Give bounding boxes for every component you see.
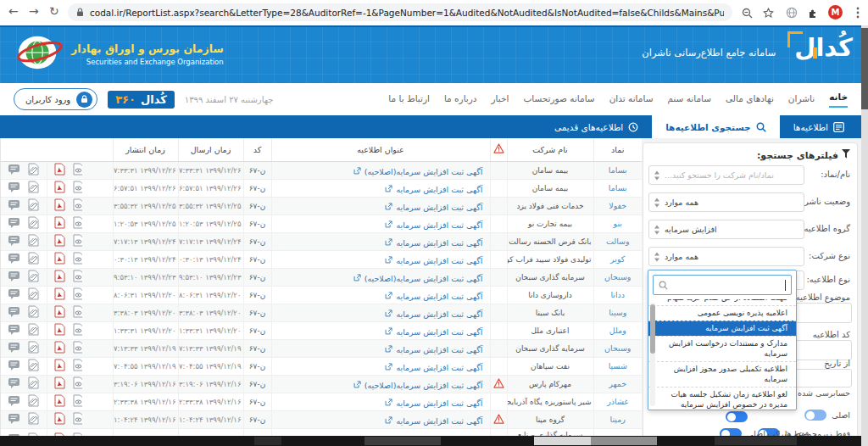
attachment-icon[interactable] xyxy=(28,270,39,286)
letter-link[interactable]: آگهی ثبت افزایش سرمایه xyxy=(385,399,482,408)
secondary-toggle[interactable] xyxy=(726,411,748,422)
symbol-cell[interactable]: شیران xyxy=(593,428,642,436)
letter-link[interactable]: آگهی ثبت افزایش سرمایه xyxy=(385,363,482,372)
letter-link[interactable]: آگهی ثبت افزایش سرمایه xyxy=(385,203,482,212)
page-scrollbar-thumb[interactable] xyxy=(861,28,868,109)
tab-history[interactable]: اطلاعیه‌های قدیمی xyxy=(541,115,652,138)
pdf-icon[interactable] xyxy=(54,181,65,197)
symbol-cell[interactable]: ددانا xyxy=(593,286,642,304)
view-html-icon[interactable] xyxy=(73,163,83,179)
dropdown-option[interactable]: لغو اطلاعیه زمان تشکیل جلسه هیات مدیره د… xyxy=(648,387,796,410)
attachment-icon[interactable] xyxy=(28,216,39,232)
main-toggle[interactable] xyxy=(804,410,826,421)
tab-list[interactable]: اطلاعیه‌ها xyxy=(780,115,858,138)
symbol-cell[interactable]: خفولا xyxy=(593,197,642,215)
profile-avatar[interactable]: M xyxy=(828,5,843,20)
view-html-icon[interactable] xyxy=(73,394,83,410)
attachment-icon[interactable] xyxy=(28,181,39,197)
letter-link[interactable]: آگهی ثبت افزایش سرمایه xyxy=(385,256,482,265)
message-icon[interactable] xyxy=(8,163,20,179)
url-bar[interactable]: codal.ir/ReportList.aspx?search&LetterTy… xyxy=(68,3,732,21)
menu-kebab-icon[interactable] xyxy=(850,5,865,20)
letter-link[interactable]: آگهی ثبت افزایش سرمایه(اصلاحیه) xyxy=(353,274,483,283)
message-icon[interactable] xyxy=(8,287,20,304)
attachment-icon[interactable] xyxy=(28,412,39,428)
symbol-cell[interactable]: بساما xyxy=(593,161,642,179)
attachment-icon[interactable] xyxy=(28,234,39,250)
pdf-icon[interactable] xyxy=(54,270,65,286)
view-html-icon[interactable] xyxy=(73,198,83,215)
pdf-icon[interactable] xyxy=(54,323,65,339)
globe-icon[interactable] xyxy=(784,5,799,20)
pdf-icon[interactable] xyxy=(54,341,65,357)
dropdown-option[interactable]: مدارک و مستندات درخواست افزایش سرمایه xyxy=(648,336,796,361)
pdf-icon[interactable] xyxy=(54,216,65,232)
letter-link[interactable]: آگهی ثبت افزایش سرمایه xyxy=(385,345,482,354)
letter-link[interactable]: آگهی ثبت افزایش سرمایه xyxy=(385,309,482,319)
letter-link[interactable]: آگهی ثبت افزایش سرمایه(اصلاحیه) xyxy=(353,381,483,390)
symbol-cell[interactable]: بنو xyxy=(593,215,642,232)
codal-logo[interactable]: کُدال xyxy=(786,32,856,66)
symbol-cell[interactable]: بساما xyxy=(593,179,642,197)
letter-group-select[interactable]: افزایش سرمایه xyxy=(648,220,804,239)
symbol-cell[interactable]: وسینا xyxy=(593,304,642,321)
bookmark-star-icon[interactable] xyxy=(760,5,776,20)
letter-link[interactable]: آگهی ثبت افزایش سرمایه xyxy=(385,220,482,230)
symbol-cell[interactable]: وسبحان xyxy=(593,268,642,286)
pdf-icon[interactable] xyxy=(54,163,65,179)
symbol-cell[interactable]: خمهر xyxy=(593,375,642,393)
view-html-icon[interactable] xyxy=(73,323,83,339)
attachment-icon[interactable] xyxy=(28,359,39,375)
view-html-icon[interactable] xyxy=(73,305,83,321)
nav-item[interactable]: سامانه صورتحساب xyxy=(523,93,594,105)
pdf-icon[interactable] xyxy=(54,252,65,268)
hscroll-thumb[interactable] xyxy=(534,437,591,445)
view-html-icon[interactable] xyxy=(73,359,83,375)
pdf-icon[interactable] xyxy=(54,359,65,375)
symbol-cell[interactable]: وملل xyxy=(593,321,642,339)
nav-item[interactable]: ناشران xyxy=(788,93,815,105)
letter-link[interactable]: آگهی ثبت افزایش سرمایه xyxy=(385,327,482,337)
dropdown-scrollbar[interactable] xyxy=(650,303,655,406)
letter-link[interactable]: آگهی ثبت افزایش سرمایه xyxy=(385,416,482,426)
attachment-icon[interactable] xyxy=(28,341,39,357)
nav-item[interactable]: خانه xyxy=(829,92,848,108)
attachment-icon[interactable] xyxy=(28,252,39,268)
dropdown-option[interactable]: مهلت استفاده از حق تقدم خرید سهام xyxy=(648,299,796,305)
message-icon[interactable] xyxy=(8,323,20,339)
publisher-status-select[interactable]: همه موارد xyxy=(648,192,804,212)
attachment-icon[interactable] xyxy=(28,394,39,410)
pdf-icon[interactable] xyxy=(54,376,65,393)
symbol-cell[interactable]: وسبحان xyxy=(593,339,642,357)
nav-item[interactable]: سامانه سنم xyxy=(667,93,711,105)
nav-item[interactable]: درباره ما xyxy=(444,93,477,105)
nav-item[interactable]: نهادهای مالی xyxy=(726,93,774,105)
message-icon[interactable] xyxy=(8,181,20,197)
view-html-icon[interactable] xyxy=(73,252,83,268)
message-icon[interactable] xyxy=(8,305,20,321)
tab-search[interactable]: جستجوی اطلاعیه‌ها xyxy=(652,115,779,138)
message-icon[interactable] xyxy=(8,341,20,357)
letter-link[interactable]: آگهی ثبت افزایش سرمایه xyxy=(385,185,482,194)
dropdown-search-input[interactable] xyxy=(653,275,792,295)
message-icon[interactable] xyxy=(8,376,20,393)
nav-item[interactable]: اخبار xyxy=(492,93,509,105)
view-html-icon[interactable] xyxy=(73,412,83,428)
symbol-cell[interactable]: رمپنا xyxy=(593,410,642,428)
letter-link[interactable]: آگهی ثبت افزایش سرمایه xyxy=(385,292,482,301)
dropdown-option[interactable]: اعلامیه پذیره نویسی عمومی xyxy=(648,305,796,321)
nav-item[interactable]: ارتباط با ما xyxy=(388,93,430,105)
message-icon[interactable] xyxy=(8,234,20,250)
symbol-cell[interactable]: وسالت xyxy=(593,232,642,250)
zoom-icon[interactable] xyxy=(739,5,754,20)
pdf-icon[interactable] xyxy=(54,234,65,250)
attachment-icon[interactable] xyxy=(28,323,39,339)
view-html-icon[interactable] xyxy=(73,287,83,304)
login-button[interactable]: ورود کاربران xyxy=(14,88,97,110)
dropdown-option[interactable]: آگهی ثبت افزایش سرمایه xyxy=(648,321,796,336)
pdf-icon[interactable] xyxy=(54,305,65,321)
view-html-icon[interactable] xyxy=(73,216,83,232)
extension-puzzle-icon[interactable] xyxy=(805,5,821,20)
message-icon[interactable] xyxy=(8,412,20,428)
forward-icon[interactable]: → xyxy=(29,4,39,18)
